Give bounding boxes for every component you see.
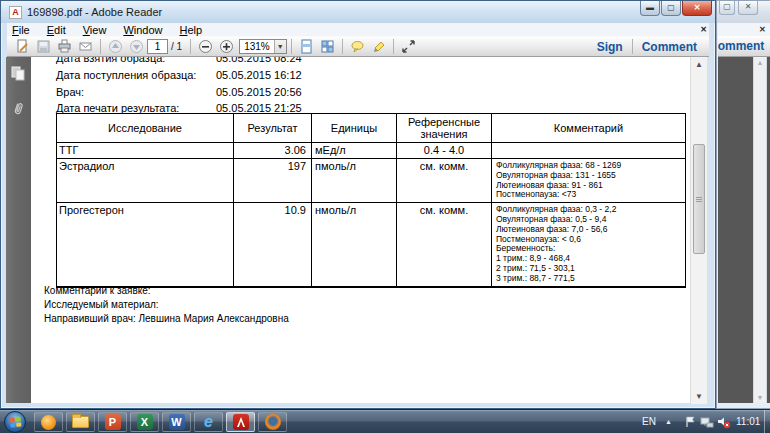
toolbar-right-group: Sign Comment bbox=[597, 39, 709, 54]
field-label: Дата поступления образца: bbox=[56, 69, 196, 82]
table-header-row: Исследование Результат Единицы Референсн… bbox=[57, 114, 686, 143]
maximize-button[interactable]: ▢ bbox=[661, 1, 681, 16]
firefox-icon bbox=[265, 414, 281, 430]
show-hidden-icons-icon[interactable]: ▲ bbox=[665, 418, 672, 425]
attachments-paperclip-icon[interactable] bbox=[10, 101, 27, 118]
zoom-in-icon[interactable] bbox=[216, 38, 237, 56]
background-window-toolbar: Comment bbox=[718, 36, 770, 57]
zoom-level-select[interactable]: 131% ▼ bbox=[239, 39, 287, 54]
field-value: 05.05.2015 16:12 bbox=[216, 69, 302, 82]
test-result: 3.06 bbox=[234, 143, 312, 159]
taskbar-app-media[interactable] bbox=[34, 412, 63, 432]
menu-view[interactable]: View bbox=[83, 24, 107, 36]
scroll-up-icon[interactable]: ▲ bbox=[691, 60, 707, 69]
sticky-note-icon[interactable] bbox=[347, 38, 368, 56]
windows-logo-icon bbox=[9, 416, 21, 427]
desktop: ▢ ✕ ✕ Comment ▲ ▼ A 169898.pdf - Adobe R… bbox=[0, 0, 770, 433]
navigation-panel bbox=[6, 57, 31, 403]
scroll-down-icon[interactable]: ▼ bbox=[754, 394, 766, 401]
test-result: 10.9 bbox=[234, 203, 312, 287]
col-header: Единицы bbox=[312, 114, 397, 143]
scrollbar[interactable]: ▲ ▼ bbox=[690, 57, 707, 404]
minimize-button[interactable]: ▬ bbox=[640, 1, 660, 16]
scrollbar-thumb[interactable] bbox=[693, 144, 705, 254]
adobe-reader-icon bbox=[233, 414, 249, 430]
print-icon[interactable] bbox=[54, 38, 75, 56]
toolbar-separator bbox=[393, 39, 394, 54]
field-value: 05.05.2015 08:24 bbox=[216, 57, 302, 65]
comment-button[interactable]: Comment bbox=[642, 40, 697, 54]
pdf-document-page[interactable]: Дата взятия образца: 05.05.2015 08:24 Да… bbox=[31, 57, 690, 403]
close-button[interactable]: ✕ bbox=[738, 1, 758, 15]
titlebar[interactable]: A 169898.pdf - Adobe Reader bbox=[1, 1, 715, 23]
col-header: Референсные значения bbox=[397, 114, 492, 143]
scrollbar[interactable]: ▲ ▼ bbox=[753, 57, 767, 403]
action-center-flag-icon[interactable] bbox=[683, 415, 697, 429]
start-button[interactable] bbox=[4, 411, 26, 433]
test-reference: 0.4 - 4.0 bbox=[397, 143, 492, 159]
background-window-titlebar: ▢ ✕ bbox=[717, 1, 770, 23]
page-thumbnails-icon[interactable] bbox=[10, 65, 27, 82]
excel-icon: X bbox=[137, 414, 153, 430]
menu-window[interactable]: Window bbox=[123, 24, 162, 36]
page-number-input[interactable]: 1 bbox=[147, 39, 168, 54]
taskbar-app-powerpoint[interactable]: P bbox=[98, 412, 127, 432]
taskbar-app-excel[interactable]: X bbox=[130, 412, 159, 432]
language-indicator[interactable]: EN bbox=[642, 416, 656, 427]
footer-line: Комментарии к заявке: bbox=[44, 285, 151, 296]
chevron-down-icon[interactable]: ▼ bbox=[274, 40, 286, 53]
network-icon[interactable] bbox=[700, 415, 714, 429]
fullscreen-icon[interactable] bbox=[398, 38, 419, 56]
test-reference: см. комм. bbox=[397, 203, 492, 287]
page-scroll-mode-icon[interactable] bbox=[296, 38, 317, 56]
maximize-button[interactable]: ▢ bbox=[719, 1, 735, 15]
test-units: мЕд/л bbox=[312, 143, 397, 159]
test-name: Эстрадиол bbox=[57, 159, 234, 203]
sign-button[interactable]: Sign bbox=[597, 40, 623, 54]
taskbar-app-internet-explorer[interactable]: e bbox=[194, 412, 223, 432]
internet-explorer-icon: e bbox=[204, 414, 213, 430]
menu-edit[interactable]: Edit bbox=[47, 24, 66, 36]
toolbar-separator bbox=[291, 39, 292, 54]
test-result: 197 bbox=[234, 159, 312, 203]
taskbar: P X W e EN ▲ 11:01 bbox=[0, 409, 770, 433]
clock[interactable]: 11:01 bbox=[736, 416, 760, 427]
field-value: 05.05.2015 20:56 bbox=[216, 86, 302, 99]
toolbar-close-icon[interactable]: ✕ bbox=[759, 25, 766, 34]
scroll-down-icon[interactable]: ▼ bbox=[691, 392, 707, 401]
open-icon[interactable] bbox=[12, 38, 33, 56]
toolbar-separator bbox=[100, 39, 101, 54]
taskbar-app-word[interactable]: W bbox=[162, 412, 191, 432]
table-row: ТТГ 3.06 мЕд/л 0.4 - 4.0 bbox=[57, 143, 686, 159]
test-comment: Фолликулярная фаза: 68 - 1269 Овуляторна… bbox=[492, 159, 686, 203]
taskbar-app-adobe-reader[interactable] bbox=[226, 412, 255, 432]
taskbar-app-explorer[interactable] bbox=[66, 412, 95, 432]
zoom-out-icon[interactable] bbox=[195, 38, 216, 56]
col-header: Результат bbox=[234, 114, 312, 143]
highlight-icon[interactable] bbox=[368, 38, 389, 56]
field-label: Дата взятия образца: bbox=[56, 57, 165, 65]
close-button[interactable]: ✕ bbox=[682, 1, 712, 16]
previous-page-icon[interactable] bbox=[105, 38, 126, 56]
footer-line: Исследуемый материал: bbox=[44, 299, 159, 310]
table-row: Эстрадиол 197 пмоль/л см. комм. Фолликул… bbox=[57, 159, 686, 203]
test-reference: см. комм. bbox=[397, 159, 492, 203]
fit-page-icon[interactable] bbox=[317, 38, 338, 56]
comment-button[interactable]: Comment bbox=[718, 39, 764, 53]
col-header: Исследование bbox=[57, 114, 234, 143]
menu-file[interactable]: File bbox=[12, 24, 30, 36]
menu-help[interactable]: Help bbox=[180, 24, 203, 36]
email-icon[interactable] bbox=[75, 38, 96, 56]
page-total-label: / 1 bbox=[171, 41, 182, 52]
save-icon[interactable] bbox=[33, 38, 54, 56]
taskbar-app-firefox[interactable] bbox=[258, 412, 287, 432]
adobe-reader-window: A 169898.pdf - Adobe Reader ▬ ▢ ✕ File E… bbox=[0, 0, 716, 409]
menubar: File Edit View Window Help bbox=[7, 23, 709, 36]
word-icon: W bbox=[169, 414, 185, 430]
next-page-icon[interactable] bbox=[126, 38, 147, 56]
show-desktop-button[interactable] bbox=[764, 410, 770, 433]
volume-muted-icon[interactable] bbox=[717, 415, 731, 429]
scroll-up-icon[interactable]: ▲ bbox=[754, 59, 766, 66]
zoom-level-value: 131% bbox=[240, 41, 274, 52]
toolbar-close-icon[interactable]: ✕ bbox=[700, 25, 707, 34]
